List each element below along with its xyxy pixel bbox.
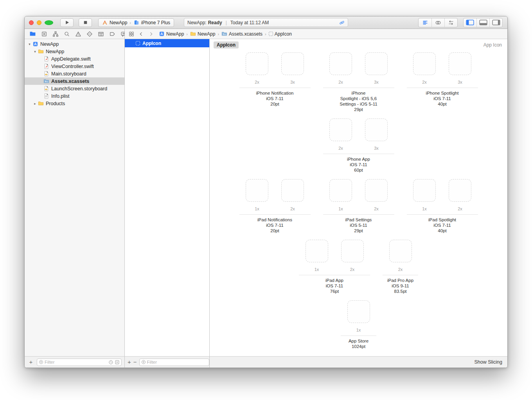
icon-group-ipad-pro-app: 2x iPad Pro AppiOS 9-1183.5pt — [379, 240, 422, 294]
disclosure-triangle-icon[interactable]: ▾ — [27, 42, 32, 46]
main-area: ▾ NewApp ▾ NewApp AppDelegate.swift View… — [25, 29, 507, 368]
breadcrumb-item[interactable]: Assets.xcassets — [221, 31, 262, 37]
tree-item-products[interactable]: ▸ Products — [25, 100, 124, 107]
breakpoint-navigator-tab[interactable] — [109, 30, 115, 38]
minimize-window-button[interactable] — [37, 20, 41, 25]
empty-icon-slot[interactable] — [329, 52, 352, 75]
source-control-navigator-tab[interactable] — [41, 30, 47, 38]
search-navigator-tab[interactable] — [64, 30, 70, 38]
slot-cell: 3x — [442, 52, 478, 84]
run-button[interactable] — [60, 18, 74, 27]
breadcrumb-separator: › — [217, 32, 219, 36]
slot-scale-label: 1x — [255, 206, 259, 211]
caption-line: iOS 7-11 — [299, 283, 370, 289]
empty-icon-slot[interactable] — [281, 52, 304, 75]
storyboard-file-icon — [43, 71, 49, 77]
group-caption: iPad Pro AppiOS 9-1183.5pt — [383, 278, 418, 294]
appicon-editor-header: AppIcon App Icon — [210, 39, 507, 51]
group-divider — [299, 275, 370, 275]
asset-list-item[interactable]: AppIcon — [125, 39, 209, 47]
folder-icon — [38, 100, 44, 107]
empty-icon-slot[interactable] — [347, 300, 370, 323]
asset-item-label: AppIcon — [142, 41, 161, 46]
inspector-panel-button[interactable] — [489, 18, 502, 27]
symbol-navigator-tab[interactable] — [52, 30, 59, 38]
navigator-filter-field[interactable] — [37, 359, 122, 366]
group-divider — [239, 214, 311, 215]
test-navigator-tab[interactable] — [86, 30, 93, 38]
debug-navigator-tab[interactable] — [98, 30, 104, 38]
empty-icon-slot[interactable] — [449, 52, 471, 75]
standard-editor-button[interactable] — [419, 18, 431, 27]
tree-item-main-storyboard[interactable]: Main.storyboard — [25, 70, 124, 77]
version-editor-button[interactable] — [444, 18, 457, 27]
toolbar-right — [418, 18, 503, 27]
breadcrumb-item[interactable]: NewApp — [190, 31, 215, 37]
close-window-button[interactable] — [29, 20, 34, 25]
empty-icon-slot[interactable] — [413, 179, 436, 202]
slot-cell: 2x — [323, 52, 359, 84]
related-items-icon[interactable] — [128, 30, 135, 38]
breadcrumb-separator: › — [264, 32, 267, 36]
empty-icon-slot[interactable] — [281, 179, 304, 202]
disclosure-triangle-icon[interactable]: ▾ — [32, 50, 38, 54]
debug-area-button[interactable] — [476, 18, 489, 27]
breadcrumb-item[interactable]: AppIcon — [269, 31, 292, 37]
scheme-selector[interactable]: NewApp › iPhone 7 Plus — [98, 18, 174, 27]
slot-cell: 1x — [239, 179, 275, 211]
remove-asset-button[interactable]: − — [133, 359, 137, 366]
group-divider — [323, 154, 394, 154]
go-forward-icon[interactable] — [147, 30, 155, 38]
empty-icon-slot[interactable] — [449, 179, 471, 202]
tree-item-appdelegate-swift[interactable]: AppDelegate.swift — [25, 55, 124, 63]
device-icon — [133, 20, 139, 25]
tree-item-newapp[interactable]: ▾ NewApp — [25, 48, 124, 55]
empty-icon-slot[interactable] — [365, 52, 388, 75]
source-control-status-icon[interactable] — [115, 360, 120, 365]
empty-icon-slot[interactable] — [389, 240, 412, 262]
slot-cell: 2x — [359, 179, 394, 211]
project-navigator-tab[interactable] — [29, 30, 36, 38]
slot-scale-label: 3x — [374, 80, 379, 84]
slot-scale-label: 1x — [338, 206, 343, 211]
tree-item-viewcontroller-swift[interactable]: ViewController.swift — [25, 63, 124, 70]
empty-icon-slot[interactable] — [246, 179, 268, 202]
standard-editor-icon — [422, 20, 428, 26]
debug-area-icon — [479, 20, 487, 25]
asset-filter-field[interactable] — [139, 359, 209, 366]
issue-navigator-tab[interactable] — [75, 30, 81, 38]
empty-icon-slot[interactable] — [329, 179, 352, 202]
empty-icon-slot[interactable] — [413, 52, 436, 75]
breadcrumb-item[interactable]: NewApp — [159, 31, 184, 37]
add-file-button[interactable]: + — [27, 359, 34, 366]
empty-icon-slot[interactable] — [365, 118, 388, 141]
empty-icon-slot[interactable] — [306, 240, 328, 262]
icon-group-ipad-app: 1x 2x iPad AppiOS 7-1176pt — [295, 240, 374, 294]
empty-icon-slot[interactable] — [329, 118, 352, 141]
swift-file-icon — [43, 63, 49, 70]
tree-item-info-plist[interactable]: Info.plist — [25, 92, 124, 100]
recent-files-clock-icon[interactable] — [108, 360, 113, 365]
appicon-slot-icon — [136, 41, 140, 45]
zoom-window-button[interactable] — [45, 20, 53, 25]
tree-item-label: AppDelegate.swift — [51, 56, 91, 62]
tree-item-newapp[interactable]: ▾ NewApp — [25, 40, 124, 48]
go-back-icon[interactable] — [138, 30, 145, 38]
navigator-filter-input[interactable] — [45, 360, 107, 364]
add-asset-button[interactable]: + — [128, 359, 131, 366]
tree-item-launchscreen-storyboard[interactable]: LaunchScreen.storyboard — [25, 85, 124, 92]
stop-button[interactable] — [79, 18, 92, 27]
tree-item-assets-xcassets[interactable]: Assets.xcassets — [25, 77, 124, 85]
empty-icon-slot[interactable] — [341, 240, 364, 262]
caption-line: 20pt — [239, 228, 311, 233]
show-slicing-button[interactable]: Show Slicing — [474, 359, 502, 365]
disclosure-triangle-icon[interactable]: ▸ — [32, 102, 38, 106]
asset-filter-input[interactable] — [147, 360, 207, 364]
empty-icon-slot[interactable] — [246, 52, 268, 75]
slot-scale-label: 3x — [290, 80, 295, 84]
assistant-editor-button[interactable] — [431, 18, 444, 27]
empty-icon-slot[interactable] — [365, 179, 388, 202]
navigator-panel-button[interactable] — [464, 18, 476, 27]
breakpoint-navigator-icon — [109, 31, 115, 37]
caption-line: 29pt — [323, 228, 394, 233]
